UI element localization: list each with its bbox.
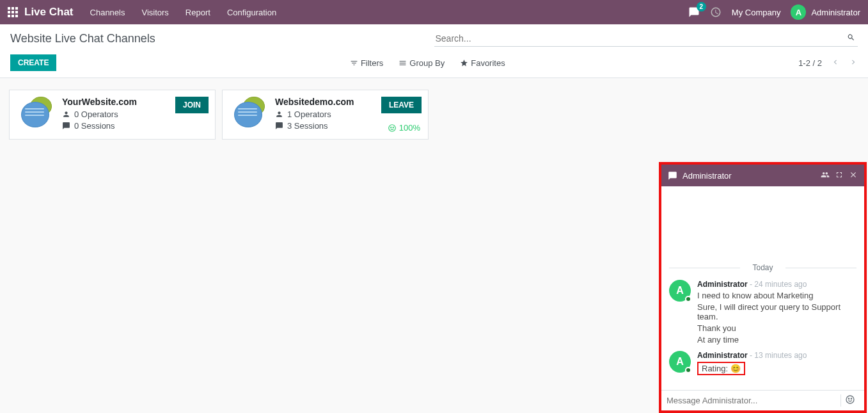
groupby-button[interactable]: Group By: [398, 58, 445, 68]
company-name[interactable]: My Company: [732, 8, 781, 17]
chat-input[interactable]: [667, 396, 840, 405]
filters-button[interactable]: Filters: [350, 58, 383, 68]
apps-icon[interactable]: [8, 7, 18, 17]
favorites-label: Favorites: [471, 58, 505, 68]
members-icon[interactable]: [821, 170, 830, 181]
control-panel: Website Live Chat Channels CREATE Filter…: [0, 24, 868, 78]
message-time: - 24 minutes ago: [750, 280, 807, 289]
chat-body[interactable]: Today A Administrator - 24 minutes ago I…: [661, 186, 864, 390]
svg-point-11: [393, 127, 393, 127]
create-button[interactable]: CREATE: [10, 54, 56, 71]
rating-emoji: 😊: [730, 364, 741, 373]
svg-point-14: [851, 398, 851, 399]
leave-button[interactable]: LEAVE: [381, 97, 422, 113]
nav-channels[interactable]: Channels: [90, 8, 125, 17]
search-wrap: [434, 31, 858, 47]
date-separator: Today: [669, 263, 856, 272]
messages-icon[interactable]: 2: [688, 6, 700, 18]
message-line: Sure, I will direct your query to Suppor…: [697, 302, 856, 321]
search-icon[interactable]: [847, 33, 855, 44]
operators-text: 1 Operators: [287, 109, 331, 119]
svg-point-9: [389, 124, 396, 131]
user-menu[interactable]: A Administrator: [791, 4, 860, 20]
message-avatar: A: [669, 351, 691, 373]
chat-input-row: [661, 390, 864, 410]
channel-icon: [17, 97, 56, 129]
favorites-button[interactable]: Favorites: [460, 58, 505, 68]
sessions-text: 0 Sessions: [74, 121, 115, 131]
nav-configuration[interactable]: Configuration: [227, 8, 276, 17]
message-time: - 13 minutes ago: [750, 351, 807, 360]
svg-point-13: [848, 398, 849, 399]
channel-card[interactable]: Websitedemo.com 1 Operators 3 Sessions L…: [222, 90, 429, 140]
messages-badge: 2: [697, 2, 706, 12]
rating-display: 100%: [388, 123, 420, 133]
channel-icon: [230, 97, 269, 129]
message-author: Administrator: [697, 280, 748, 289]
rating-label: Rating:: [702, 364, 728, 373]
channel-card[interactable]: YourWebsite.com 0 Operators 0 Sessions J…: [9, 90, 216, 140]
app-brand[interactable]: Live Chat: [24, 6, 74, 19]
svg-rect-6: [8, 15, 10, 17]
kanban-view: YourWebsite.com 0 Operators 0 Sessions J…: [0, 78, 868, 151]
message-line: Thank you: [697, 323, 856, 333]
svg-rect-5: [15, 11, 18, 13]
message-group: A Administrator - 24 minutes ago I need …: [669, 280, 856, 344]
message-avatar: A: [669, 280, 691, 302]
message-line: At any time: [697, 335, 856, 344]
message-line: I need to know about Marketing: [697, 291, 856, 300]
close-icon[interactable]: [849, 170, 858, 181]
chat-header[interactable]: Administrator: [661, 165, 864, 186]
top-navbar: Live Chat Channels Visitors Report Confi…: [0, 0, 868, 24]
svg-rect-1: [12, 7, 14, 10]
message-author: Administrator: [697, 351, 748, 360]
search-input[interactable]: [434, 31, 858, 46]
emoji-icon[interactable]: [840, 394, 859, 407]
operators-text: 0 Operators: [74, 109, 118, 119]
avatar: A: [791, 4, 806, 20]
rating-value: 100%: [399, 123, 420, 133]
svg-point-10: [390, 127, 391, 127]
rating-highlight: Rating: 😊: [697, 362, 745, 375]
chat-title: Administrator: [683, 171, 816, 181]
nav-report[interactable]: Report: [185, 8, 210, 17]
svg-rect-3: [8, 11, 10, 13]
svg-rect-8: [15, 15, 18, 17]
pager-text: 1-2 / 2: [798, 58, 822, 68]
svg-rect-2: [15, 7, 18, 10]
username: Administrator: [811, 8, 860, 17]
svg-rect-0: [8, 7, 10, 10]
expand-icon[interactable]: [835, 170, 844, 181]
svg-rect-4: [12, 11, 14, 13]
svg-rect-7: [12, 15, 14, 17]
activity-icon[interactable]: [710, 6, 722, 18]
svg-point-12: [846, 396, 854, 403]
groupby-label: Group By: [409, 58, 445, 68]
pager-next[interactable]: [849, 58, 858, 69]
join-button[interactable]: JOIN: [175, 97, 209, 113]
filters-label: Filters: [361, 58, 383, 68]
sessions-text: 3 Sessions: [287, 121, 328, 131]
message-group: A Administrator - 13 minutes ago Rating:…: [669, 351, 856, 375]
nav-visitors[interactable]: Visitors: [141, 8, 168, 17]
pager-prev[interactable]: [831, 58, 840, 69]
chat-window: Administrator Today A Administrator - 24…: [659, 162, 867, 413]
page-title: Website Live Chat Channels: [10, 32, 155, 45]
chat-icon: [668, 171, 677, 181]
